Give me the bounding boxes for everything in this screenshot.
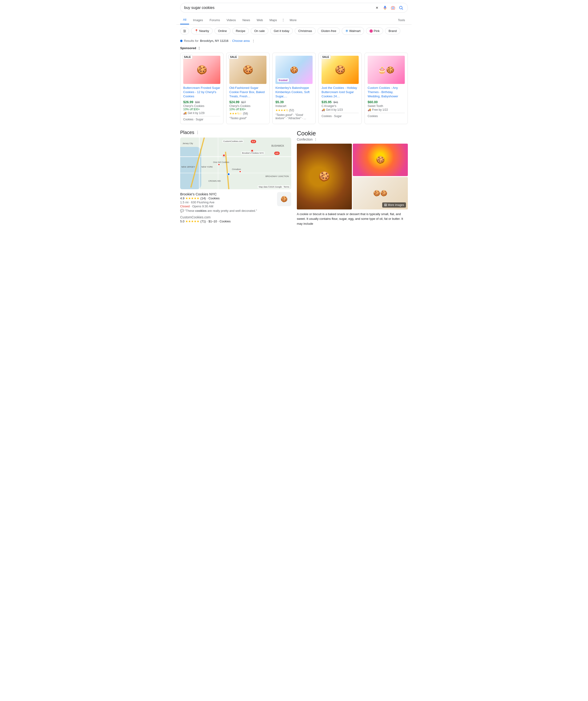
product-price-4: $35.95: [322, 100, 332, 104]
product-delivery-5: 🚚 Free by 1/22: [368, 108, 405, 111]
product-delivery-1: 🚚 Get it by 1/29: [183, 111, 220, 115]
map-pin-4: [239, 171, 241, 173]
chip-recipe[interactable]: Recipe: [232, 27, 249, 34]
chip-christmas[interactable]: Christmas: [295, 27, 316, 34]
chip-brand[interactable]: Brand: [385, 27, 400, 34]
filter-settings-chip[interactable]: [180, 27, 189, 35]
more-images-button[interactable]: 🖼 More images: [382, 202, 406, 208]
product-seller-2: Cheryl's Cookies: [229, 104, 266, 108]
place-details-1: 1.5 mi · 630 Flushing Ave: [180, 201, 275, 204]
truck-icon-5: 🚚: [368, 108, 371, 111]
tab-images[interactable]: Images: [190, 16, 206, 24]
tab-forums[interactable]: Forums: [207, 16, 223, 24]
kp-image-main[interactable]: 🍪: [297, 144, 352, 209]
places-options-icon[interactable]: ⋮: [196, 130, 199, 135]
place-name-2[interactable]: CustomCookies.com: [180, 215, 291, 219]
kp-subtitle: Confection ⋮: [297, 138, 408, 141]
place-name-1[interactable]: Brookie's Cookies NYC: [180, 192, 275, 196]
kp-title: Cookie: [297, 130, 408, 137]
place-stars-1: ★★★★★: [185, 197, 199, 200]
kp-image-3[interactable]: 🍪🍪 🖼 More images: [353, 177, 408, 209]
map-label-newyork: NEW YORK: [201, 166, 213, 168]
map-label-customcookies: CustomCookies.com: [222, 140, 243, 143]
place-thumb-1[interactable]: 🍪: [277, 192, 291, 206]
place-hours-1: Closed · Opens 9:30 AM: [180, 205, 275, 208]
product-card-3[interactable]: 🍪 frosted Kimberley's Bakeshoppe Kimberl…: [272, 53, 316, 124]
product-quote-2: "Tastes good": [229, 116, 266, 120]
kp-image-2[interactable]: 🍪: [353, 144, 408, 176]
sale-badge-1: SALE: [182, 55, 192, 59]
tab-videos[interactable]: Videos: [224, 16, 239, 24]
product-seller-4: C.Krueger's: [322, 104, 359, 108]
location-name: Brooklyn, NY 11216: [200, 39, 228, 42]
chip-nearby[interactable]: 📍 Nearby: [191, 27, 213, 34]
camera-icon[interactable]: [390, 5, 396, 11]
place-rating-value-1: 4.9: [180, 197, 184, 200]
nav-tabs: All Images Forums Videos News Web Maps ⋮…: [176, 15, 412, 25]
tools-button[interactable]: Tools: [395, 16, 408, 24]
tab-more[interactable]: More: [287, 16, 300, 24]
knowledge-panel: Cookie Confection ⋮ 🍪 🍪 🍪🍪 🖼 More images: [297, 130, 408, 226]
results-for-text: Results for: [184, 39, 199, 42]
more-images-label: More images: [388, 203, 404, 207]
kp-subtitle-text: Confection: [297, 138, 313, 141]
chip-walmart-label: Walmart: [349, 29, 361, 33]
search-input[interactable]: [184, 6, 372, 10]
chip-online-label: Online: [218, 29, 227, 33]
product-title-1: Buttercream Frosted Sugar Cookies - 12 b…: [183, 86, 220, 99]
chip-onsale[interactable]: On sale: [251, 27, 268, 34]
product-price-row-1: $26.99 $30: [183, 100, 220, 104]
kp-options-icon[interactable]: ⋮: [314, 138, 317, 141]
tab-web[interactable]: Web: [254, 16, 266, 24]
chip-online[interactable]: Online: [214, 27, 230, 34]
place-quote-1: 💬 "These cookies are really pretty and w…: [180, 209, 275, 213]
place-rating-count-1: (14): [200, 197, 206, 200]
separator: ·: [230, 39, 231, 42]
product-card-4[interactable]: SALE 🍪 Just the Cookies - Holiday Butter…: [319, 53, 362, 124]
image-icon: 🖼: [384, 203, 387, 207]
sponsored-options-icon[interactable]: ⋮: [198, 46, 201, 50]
product-image-2: 🍪: [229, 56, 266, 84]
choose-area-link[interactable]: Choose area: [232, 39, 249, 42]
location-options-icon[interactable]: ⋮: [252, 39, 255, 42]
product-seller-1: Cheryl's Cookies: [183, 104, 220, 108]
place-rating-value-2: 5.0: [180, 220, 184, 223]
product-rating-3: ★★★★½ (52): [275, 108, 313, 112]
mic-icon[interactable]: [382, 5, 388, 11]
chip-walmart[interactable]: ✳ Walmart: [342, 27, 364, 35]
product-card-2[interactable]: SALE 🍪 Old-Fashioned Sugar Cookie Flavor…: [226, 53, 269, 124]
map-label-jerseycity: Jersey City: [183, 142, 193, 145]
map-container[interactable]: CustomCookies.com 5.0 Brookie's Cookies …: [180, 138, 291, 189]
chip-getittoday[interactable]: Get it today: [270, 27, 293, 34]
tab-all[interactable]: All: [180, 15, 189, 24]
clear-icon[interactable]: ✕: [374, 5, 380, 11]
place-opens-1: Opens 9:30 AM: [192, 205, 213, 208]
filter-icon: [183, 29, 187, 33]
map-label-newjersey: NEW JERSEY: [181, 166, 195, 168]
map-pin-1: [251, 149, 253, 152]
product-delivery-4: 🚚 Get it by 1/23: [322, 108, 359, 111]
map-rating-49: 4.9: [274, 152, 280, 155]
tab-news[interactable]: News: [240, 16, 253, 24]
truck-icon-4: 🚚: [322, 108, 325, 111]
walmart-icon: ✳: [345, 29, 348, 33]
product-price-5: $60.00: [368, 100, 378, 104]
product-price-3: $5.39: [275, 100, 284, 104]
product-seller-3: Instacart: [275, 104, 313, 108]
chip-glutenfree[interactable]: Gluten-free: [318, 27, 340, 34]
search-icon[interactable]: [398, 5, 404, 11]
product-delivery-text-4: Get it by 1/23: [326, 108, 343, 111]
sale-badge-4: SALE: [321, 55, 331, 59]
product-card-1[interactable]: SALE 🍪 Buttercream Frosted Sugar Cookies…: [180, 53, 223, 124]
chip-pink[interactable]: Pink: [366, 27, 383, 34]
map-rating-50: 5.0: [251, 140, 256, 143]
product-price-1: $26.99: [183, 100, 193, 104]
product-card-5[interactable]: 🎂🍪 Custom Cookies - Any Themes - Birthda…: [365, 53, 408, 124]
stars-icon-3: ★★★★½: [275, 108, 288, 112]
place-rating-2: 5.0 ★★★★★ (71) · $1–10 · Cookies: [180, 220, 291, 223]
quote-icon: 💬: [180, 209, 184, 213]
chip-pink-label: Pink: [374, 29, 380, 33]
product-price-row-3: $5.39: [275, 100, 313, 104]
tab-maps[interactable]: Maps: [267, 16, 280, 24]
pink-color-icon: [370, 29, 373, 33]
